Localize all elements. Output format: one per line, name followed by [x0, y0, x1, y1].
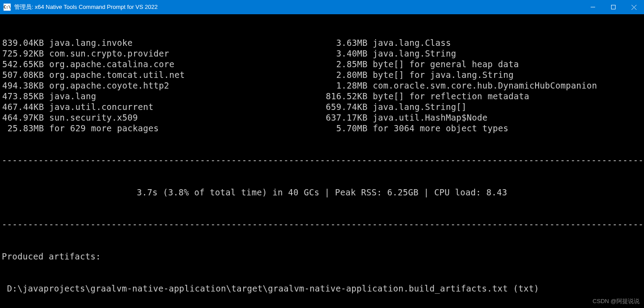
package-row: 467.44KB java.util.concurrent659.74KB ja… — [2, 101, 642, 112]
object-type-name: byte[] for general heap data — [368, 59, 519, 69]
cmd-icon: C:\ — [4, 4, 11, 11]
package-name: org.apache.coyote.http2 — [44, 81, 169, 90]
maximize-icon — [611, 5, 616, 9]
object-type-name: java.util.HashMap$Node — [368, 113, 488, 122]
package-left: 25.83MB for 629 more packages — [2, 123, 325, 134]
object-type-name: java.lang.String[] — [368, 102, 467, 112]
package-name: sun.security.x509 — [44, 113, 138, 122]
package-row: 464.97KB sun.security.x509637.17KB java.… — [2, 112, 642, 123]
package-row: 25.83MB for 629 more packages5.70MB for … — [2, 123, 642, 134]
size-value: 494.38KB — [2, 80, 44, 91]
package-right: 5.70MB for 3064 more object types — [325, 123, 642, 134]
minimize-button[interactable] — [583, 0, 603, 14]
size-value: 659.74KB — [325, 101, 368, 112]
size-value: 467.44KB — [2, 101, 44, 112]
close-icon — [632, 5, 636, 10]
size-value: 25.83MB — [2, 123, 44, 134]
object-type-name: java.lang.String — [368, 49, 456, 58]
size-value: 473.85KB — [2, 91, 44, 101]
package-right: 816.52KB byte[] for reflection metadata — [325, 91, 642, 101]
package-row: 725.92KB com.sun.crypto.provider3.40MB j… — [2, 48, 642, 59]
package-right: 3.63MB java.lang.Class — [325, 37, 642, 48]
watermark: CSDN @阿提说说 — [592, 297, 640, 305]
package-left: 464.97KB sun.security.x509 — [2, 112, 325, 123]
size-value: 507.08KB — [2, 69, 44, 80]
size-value: 542.65KB — [2, 59, 44, 69]
package-row: 473.85KB java.lang816.52KB byte[] for re… — [2, 91, 642, 101]
object-type-name: java.lang.Class — [368, 38, 451, 48]
package-name: org.apache.tomcat.util.net — [44, 70, 185, 80]
package-left: 725.92KB com.sun.crypto.provider — [2, 48, 325, 59]
window-controls — [583, 0, 644, 14]
separator-dashed: ----------------------------------------… — [2, 219, 642, 230]
package-right: 2.85MB byte[] for general heap data — [325, 59, 642, 69]
size-value: 5.70MB — [325, 123, 368, 134]
separator-dashed: ----------------------------------------… — [2, 155, 642, 166]
size-value: 637.17KB — [325, 112, 368, 123]
package-right: 637.17KB java.util.HashMap$Node — [325, 112, 642, 123]
size-value: 725.92KB — [2, 48, 44, 59]
artifacts-header: Produced artifacts: — [2, 251, 642, 262]
package-left: 839.04KB java.lang.invoke — [2, 37, 325, 48]
close-button[interactable] — [624, 0, 644, 14]
package-left: 542.65KB org.apache.catalina.core — [2, 59, 325, 69]
size-value: 839.04KB — [2, 37, 44, 48]
package-name: org.apache.catalina.core — [44, 59, 174, 69]
package-row: 839.04KB java.lang.invoke3.63MB java.lan… — [2, 37, 642, 48]
package-row: 507.08KB org.apache.tomcat.util.net2.80M… — [2, 69, 642, 80]
svg-rect-1 — [612, 5, 616, 9]
package-left: 473.85KB java.lang — [2, 91, 325, 101]
size-value: 1.28MB — [325, 80, 368, 91]
package-left: 494.38KB org.apache.coyote.http2 — [2, 80, 325, 91]
package-name: com.sun.crypto.provider — [44, 49, 169, 58]
object-type-name: for 3064 more object types — [368, 123, 508, 133]
size-value: 464.97KB — [2, 112, 44, 123]
package-right: 659.74KB java.lang.String[] — [325, 101, 642, 112]
package-right: 2.80MB byte[] for java.lang.String — [325, 69, 642, 80]
package-right: 3.40MB java.lang.String — [325, 48, 642, 59]
package-row: 494.38KB org.apache.coyote.http21.28MB c… — [2, 80, 642, 91]
size-value: 3.63MB — [325, 37, 368, 48]
package-table: 839.04KB java.lang.invoke3.63MB java.lan… — [2, 37, 642, 134]
size-value: 2.85MB — [325, 59, 368, 69]
package-name: for 629 more packages — [44, 123, 159, 133]
package-name: java.lang — [44, 91, 96, 101]
package-right: 1.28MB com.oracle.svm.core.hub.DynamicHu… — [325, 80, 642, 91]
size-value: 816.52KB — [325, 91, 368, 101]
window-title: 管理员: x64 Native Tools Command Prompt for… — [14, 3, 583, 11]
package-name: java.lang.invoke — [44, 38, 133, 48]
artifact-line: D:\javaprojects\graalvm-native-applicati… — [2, 283, 642, 294]
size-value: 2.80MB — [325, 69, 368, 80]
object-type-name: byte[] for java.lang.String — [368, 70, 514, 80]
maximize-button[interactable] — [603, 0, 624, 14]
package-left: 507.08KB org.apache.tomcat.util.net — [2, 69, 325, 80]
package-row: 542.65KB org.apache.catalina.core2.85MB … — [2, 59, 642, 69]
window-titlebar: C:\ 管理员: x64 Native Tools Command Prompt… — [0, 0, 644, 14]
minimize-icon — [591, 5, 595, 9]
size-value: 3.40MB — [325, 48, 368, 59]
stats-line: 3.7s (3.8% of total time) in 40 GCs | Pe… — [2, 187, 642, 198]
object-type-name: com.oracle.svm.core.hub.DynamicHubCompan… — [368, 81, 597, 90]
package-left: 467.44KB java.util.concurrent — [2, 101, 325, 112]
object-type-name: byte[] for reflection metadata — [368, 91, 529, 101]
package-name: java.util.concurrent — [44, 102, 154, 112]
terminal-output: 839.04KB java.lang.invoke3.63MB java.lan… — [0, 14, 644, 308]
